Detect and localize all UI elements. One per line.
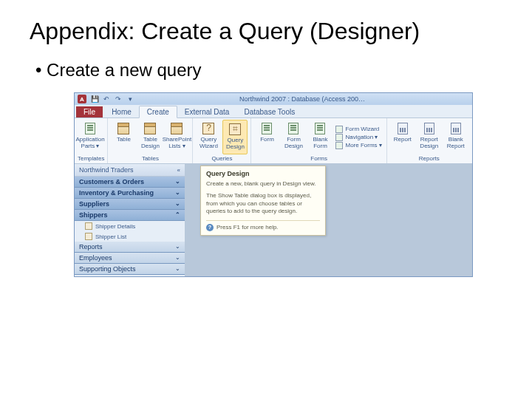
nav-cat-suppliers[interactable]: Suppliers⌄ bbox=[75, 199, 185, 210]
undo-icon[interactable]: ↶ bbox=[101, 95, 112, 103]
query-design-label: Query Design bbox=[225, 137, 245, 151]
tooltip-title: Query Design bbox=[206, 170, 320, 177]
ribbon: Application Parts ▾ Templates Table Tabl… bbox=[75, 118, 472, 164]
table-label: Table bbox=[117, 137, 131, 143]
group-queries: ? Query Wizard ⌗ Query Design Queries bbox=[193, 118, 251, 163]
save-icon[interactable]: 💾 bbox=[89, 95, 100, 103]
tooltip-body-2: The Show Table dialog box is displayed, … bbox=[206, 192, 320, 215]
chevron-left-icon: « bbox=[177, 167, 180, 174]
qat-dropdown-icon[interactable]: ▾ bbox=[125, 95, 135, 103]
slide: Appendix: Create a Query (Designer) Crea… bbox=[0, 0, 532, 295]
nav-cat-inventory[interactable]: Inventory & Purchasing⌄ bbox=[75, 188, 185, 199]
nav-cat-label: Reports bbox=[79, 243, 103, 250]
group-templates: Application Parts ▾ Templates bbox=[75, 118, 108, 163]
nav-cat-label: Supporting Objects bbox=[79, 265, 136, 273]
access-window: A 💾 ↶ ↷ ▾ Northwind 2007 : Database (Acc… bbox=[74, 92, 473, 277]
form-design-label: Form Design bbox=[283, 137, 304, 150]
slide-title: Appendix: Create a Query (Designer) bbox=[30, 18, 502, 45]
group-forms-label: Forms bbox=[254, 154, 383, 162]
tab-external-data[interactable]: External Data bbox=[177, 106, 237, 117]
application-parts-icon bbox=[85, 123, 95, 134]
sharepoint-icon bbox=[171, 123, 183, 134]
query-design-icon: ⌗ bbox=[229, 123, 241, 135]
tooltip-body-1: Create a new, blank query in Design view… bbox=[206, 180, 320, 188]
form-label: Form bbox=[260, 137, 274, 143]
sharepoint-label: SharePoint Lists ▾ bbox=[163, 137, 192, 150]
tab-create[interactable]: Create bbox=[139, 106, 177, 118]
app-icon: A bbox=[78, 95, 86, 103]
more-forms-button[interactable]: More Forms ▾ bbox=[334, 142, 383, 149]
group-forms: Form Form Design Blank Form Form Wizard … bbox=[251, 118, 386, 163]
nav-cat-supporting[interactable]: Supporting Objects⌄ bbox=[75, 264, 185, 275]
blank-form-button[interactable]: Blank Form bbox=[307, 120, 332, 154]
nav-item-shipper-details[interactable]: Shipper Details bbox=[75, 221, 185, 231]
table-design-label: Table Design bbox=[140, 137, 160, 150]
tooltip-help-text: Press F1 for more help. bbox=[216, 224, 279, 231]
form-wizard-button[interactable]: Form Wizard bbox=[334, 126, 383, 133]
ribbon-tabs: File Home Create External Data Database … bbox=[75, 105, 472, 118]
report-label: Report bbox=[394, 137, 412, 143]
chevron-down-icon: ⌄ bbox=[175, 200, 180, 208]
nav-cat-employees[interactable]: Employees⌄ bbox=[75, 253, 185, 264]
blank-form-label: Blank Form bbox=[310, 137, 330, 150]
sharepoint-lists-button[interactable]: SharePoint Lists ▾ bbox=[164, 120, 189, 154]
report-design-icon bbox=[424, 123, 434, 134]
form-button[interactable]: Form bbox=[254, 120, 279, 154]
chevron-down-icon: ⌄ bbox=[175, 189, 180, 197]
group-tables: Table Table Design SharePoint Lists ▾ Ta… bbox=[108, 118, 193, 163]
group-reports-label: Reports bbox=[390, 154, 468, 162]
chevron-down-icon: ⌄ bbox=[175, 265, 180, 273]
table-design-icon bbox=[144, 123, 156, 134]
nav-pane-title: Northwind Traders bbox=[79, 166, 134, 174]
blank-form-icon bbox=[315, 123, 325, 134]
nav-pane-header[interactable]: Northwind Traders « bbox=[75, 164, 185, 177]
tab-file[interactable]: File bbox=[76, 106, 103, 117]
blank-report-button[interactable]: Blank Report bbox=[443, 120, 468, 154]
nav-cat-label: Customers & Orders bbox=[79, 178, 144, 185]
group-queries-label: Queries bbox=[196, 154, 248, 162]
forms-small-list: Form Wizard Navigation ▾ More Forms ▾ bbox=[334, 120, 383, 154]
table-button[interactable]: Table bbox=[111, 120, 136, 154]
nav-item-label: Shipper List bbox=[95, 233, 126, 240]
tab-home[interactable]: Home bbox=[104, 106, 139, 117]
form-icon bbox=[262, 123, 272, 134]
nav-cat-label: Employees bbox=[79, 254, 112, 262]
query-wizard-button[interactable]: ? Query Wizard bbox=[196, 120, 221, 154]
redo-icon[interactable]: ↷ bbox=[113, 95, 123, 103]
application-parts-label: Application Parts ▾ bbox=[75, 137, 104, 150]
quick-access-toolbar: 💾 ↶ ↷ ▾ bbox=[89, 95, 135, 103]
application-parts-button[interactable]: Application Parts ▾ bbox=[78, 120, 103, 154]
form-wizard-label: Form Wizard bbox=[345, 126, 379, 132]
report-design-label: Report Design bbox=[419, 137, 440, 150]
nav-cat-reports[interactable]: Reports⌄ bbox=[75, 242, 185, 253]
tab-database-tools[interactable]: Database Tools bbox=[236, 106, 302, 117]
tooltip-help: ? Press F1 for more help. bbox=[206, 220, 320, 231]
navigation-pane: Northwind Traders « Customers & Orders⌄ … bbox=[75, 164, 185, 276]
report-button[interactable]: Report bbox=[390, 120, 415, 154]
nav-cat-customers[interactable]: Customers & Orders⌄ bbox=[75, 177, 185, 188]
form-design-button[interactable]: Form Design bbox=[281, 120, 306, 154]
query-design-button[interactable]: ⌗ Query Design bbox=[222, 120, 248, 154]
chevron-down-icon: ⌄ bbox=[175, 254, 180, 262]
blank-report-icon bbox=[451, 123, 461, 134]
more-forms-label: More Forms ▾ bbox=[345, 142, 381, 149]
slide-bullet: Create a new query bbox=[30, 60, 502, 81]
report-design-button[interactable]: Report Design bbox=[417, 120, 442, 154]
form-design-icon bbox=[288, 123, 299, 134]
nav-cat-shippers[interactable]: Shippers⌃ bbox=[75, 210, 185, 221]
navigation-button[interactable]: Navigation ▾ bbox=[334, 134, 383, 141]
nav-item-label: Shipper Details bbox=[95, 223, 135, 230]
workspace: Northwind Traders « Customers & Orders⌄ … bbox=[75, 164, 472, 276]
more-forms-icon bbox=[335, 142, 343, 149]
nav-item-shipper-list[interactable]: Shipper List bbox=[75, 231, 185, 242]
group-reports: Report Report Design Blank Report Report… bbox=[387, 118, 471, 163]
chevron-down-icon: ⌄ bbox=[175, 243, 180, 250]
help-icon: ? bbox=[206, 224, 214, 231]
group-tables-label: Tables bbox=[111, 154, 189, 162]
form-object-icon bbox=[85, 222, 92, 230]
chevron-down-icon: ⌄ bbox=[175, 178, 180, 185]
table-design-button[interactable]: Table Design bbox=[137, 120, 163, 154]
navigation-icon bbox=[335, 134, 343, 141]
group-templates-label: Templates bbox=[78, 154, 104, 162]
titlebar: A 💾 ↶ ↷ ▾ Northwind 2007 : Database (Acc… bbox=[75, 93, 472, 105]
